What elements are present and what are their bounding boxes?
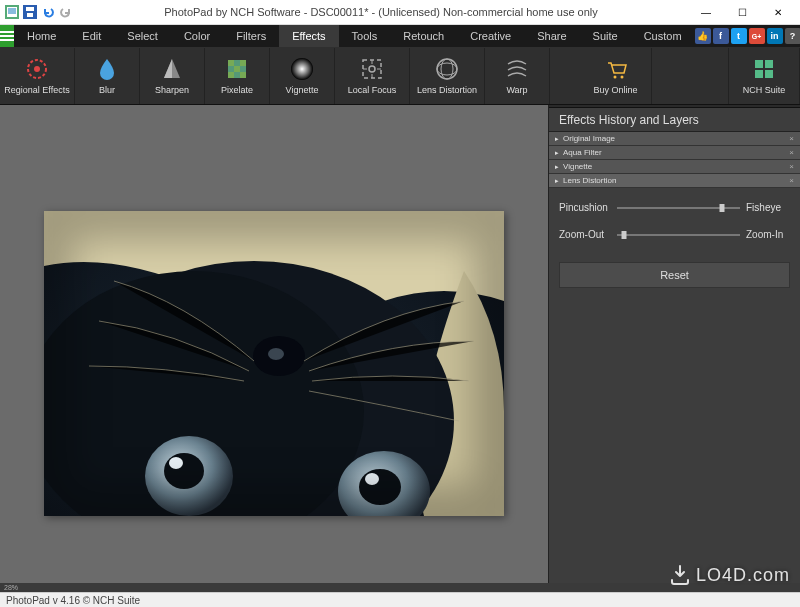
blur-label: Blur xyxy=(99,85,115,95)
lens-distortion-controls: Pincushion Fisheye Zoom-Out Zoom-In Rese… xyxy=(549,188,800,302)
zoom-slider-thumb[interactable] xyxy=(622,231,627,239)
zoom-slider: Zoom-Out Zoom-In xyxy=(559,229,790,240)
svg-rect-9 xyxy=(234,60,240,66)
svg-rect-31 xyxy=(755,70,763,78)
pixelate-label: Pixelate xyxy=(221,85,253,95)
remove-layer-icon[interactable]: × xyxy=(789,134,794,143)
canvas-image[interactable] xyxy=(44,211,504,516)
cart-icon xyxy=(603,56,629,82)
menu-effects[interactable]: Effects xyxy=(279,25,338,47)
pincushion-label: Pincushion xyxy=(559,202,611,213)
menu-share[interactable]: Share xyxy=(524,25,579,47)
buy-online-button[interactable]: Buy Online xyxy=(580,48,652,104)
svg-rect-14 xyxy=(228,72,234,78)
app-icon[interactable] xyxy=(4,4,20,20)
facebook-icon[interactable]: f xyxy=(713,28,729,44)
menu-edit[interactable]: Edit xyxy=(69,25,114,47)
svg-rect-2 xyxy=(8,8,16,14)
maximize-button[interactable]: ☐ xyxy=(724,1,760,23)
sharpen-label: Sharpen xyxy=(155,85,189,95)
effects-toolbar: Regional EffectsBlurSharpenPixelateVigne… xyxy=(0,47,800,105)
localfocus-label: Local Focus xyxy=(348,85,397,95)
menu-tools[interactable]: Tools xyxy=(339,25,391,47)
close-button[interactable]: ✕ xyxy=(760,1,796,23)
remove-layer-icon[interactable]: × xyxy=(789,176,794,185)
canvas-area[interactable] xyxy=(0,105,548,592)
zoomout-label: Zoom-Out xyxy=(559,229,611,240)
window-controls: — ☐ ✕ xyxy=(688,1,796,23)
svg-point-43 xyxy=(365,473,379,485)
warp-icon xyxy=(504,56,530,82)
pixelate-tool[interactable]: Pixelate xyxy=(205,48,270,104)
minimize-button[interactable]: — xyxy=(688,1,724,23)
svg-rect-16 xyxy=(240,72,246,78)
watermark-text: LO4D.com xyxy=(696,565,790,586)
menu-home[interactable]: Home xyxy=(14,25,69,47)
svg-rect-12 xyxy=(234,66,240,72)
thumbs-up-icon[interactable]: 👍 xyxy=(695,28,711,44)
distortion-slider-track[interactable] xyxy=(617,207,740,209)
svg-rect-11 xyxy=(228,66,234,72)
redo-icon[interactable] xyxy=(58,4,74,20)
social-icons: 👍 f t G+ in ? xyxy=(695,25,800,47)
svg-rect-30 xyxy=(765,60,773,68)
sharpen-tool[interactable]: Sharpen xyxy=(140,48,205,104)
menu-color[interactable]: Color xyxy=(171,25,223,47)
vignette-icon xyxy=(289,56,315,82)
menu-creative[interactable]: Creative xyxy=(457,25,524,47)
svg-point-17 xyxy=(291,58,313,80)
lensdist-icon xyxy=(434,56,460,82)
regional-tool[interactable]: Regional Effects xyxy=(0,48,75,104)
nch-suite-button[interactable]: NCH Suite xyxy=(728,48,800,104)
svg-rect-29 xyxy=(755,60,763,68)
sharpen-icon xyxy=(159,56,185,82)
zoom-slider-track[interactable] xyxy=(617,234,740,236)
localfocus-icon xyxy=(359,56,385,82)
menubar: HomeEditSelectColorFiltersEffectsToolsRe… xyxy=(0,25,800,47)
regional-label: Regional Effects xyxy=(4,85,69,95)
nch-suite-label: NCH Suite xyxy=(743,85,786,95)
svg-rect-13 xyxy=(240,66,246,72)
suite-icon xyxy=(751,56,777,82)
lensdist-tool[interactable]: Lens Distortion xyxy=(410,48,485,104)
lensdist-label: Lens Distortion xyxy=(417,85,477,95)
svg-point-27 xyxy=(613,76,616,79)
window-title: PhotoPad by NCH Software - DSC00011* - (… xyxy=(74,6,688,18)
localfocus-tool[interactable]: Local Focus xyxy=(335,48,410,104)
undo-icon[interactable] xyxy=(40,4,56,20)
menu-custom[interactable]: Custom xyxy=(631,25,695,47)
chevron-right-icon: ▸ xyxy=(555,149,559,157)
pixelate-icon xyxy=(224,56,250,82)
remove-layer-icon[interactable]: × xyxy=(789,162,794,171)
linkedin-icon[interactable]: in xyxy=(767,28,783,44)
workspace: Effects History and Layers ▸Original Ima… xyxy=(0,105,800,592)
blur-tool[interactable]: Blur xyxy=(75,48,140,104)
svg-point-7 xyxy=(34,66,40,72)
svg-point-39 xyxy=(164,453,204,489)
svg-rect-10 xyxy=(240,60,246,66)
blur-icon xyxy=(94,56,120,82)
help-icon[interactable]: ? xyxy=(785,28,800,44)
chevron-right-icon: ▸ xyxy=(555,177,559,185)
titlebar: PhotoPad by NCH Software - DSC00011* - (… xyxy=(0,0,800,25)
menu-suite[interactable]: Suite xyxy=(580,25,631,47)
remove-layer-icon[interactable]: × xyxy=(789,148,794,157)
menu-filters[interactable]: Filters xyxy=(223,25,279,47)
vignette-tool[interactable]: Vignette xyxy=(270,48,335,104)
layer-original-image[interactable]: ▸Original Image× xyxy=(549,132,800,146)
save-icon[interactable] xyxy=(22,4,38,20)
layer-lens-distortion[interactable]: ▸Lens Distortion× xyxy=(549,174,800,188)
download-icon xyxy=(668,563,692,587)
twitter-icon[interactable]: t xyxy=(731,28,747,44)
menu-retouch[interactable]: Retouch xyxy=(390,25,457,47)
warp-tool[interactable]: Warp xyxy=(485,48,550,104)
menu-select[interactable]: Select xyxy=(114,25,171,47)
zoom-level: 28% xyxy=(4,584,18,591)
layer-vignette[interactable]: ▸Vignette× xyxy=(549,160,800,174)
distortion-slider-thumb[interactable] xyxy=(719,204,724,212)
googleplus-icon[interactable]: G+ xyxy=(749,28,765,44)
layer-aqua-filter[interactable]: ▸Aqua Filter× xyxy=(549,146,800,160)
reset-button[interactable]: Reset xyxy=(559,262,790,288)
hamburger-menu[interactable] xyxy=(0,25,14,47)
effects-panel: Effects History and Layers ▸Original Ima… xyxy=(548,105,800,592)
